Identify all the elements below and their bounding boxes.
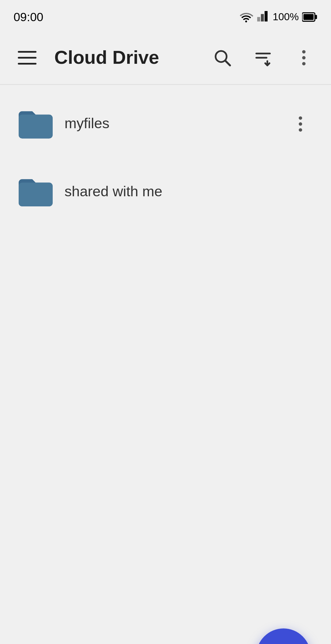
status-bar: 09:00 100% (0, 0, 331, 31)
folder-icon-shared (13, 170, 58, 214)
hamburger-menu-button[interactable] (7, 37, 48, 78)
app-bar: Cloud Drive (0, 31, 331, 85)
svg-marker-0 (257, 17, 261, 21)
folder-icon-myfiles (13, 102, 58, 146)
list-item[interactable]: shared with me (0, 160, 331, 224)
file-list: myfiles shared with me (0, 85, 331, 234)
svg-rect-4 (315, 15, 317, 19)
status-time: 09:00 (13, 10, 43, 24)
svg-rect-5 (303, 14, 314, 20)
app-title: Cloud Drive (48, 46, 202, 68)
list-item[interactable]: myfiles (0, 92, 331, 156)
item-menu-button-myfiles[interactable] (283, 107, 318, 141)
item-more-vertical-icon (299, 116, 302, 132)
svg-marker-1 (261, 14, 264, 21)
wifi-icon (239, 11, 254, 23)
status-icons: 100% (239, 11, 318, 23)
more-vertical-icon (302, 50, 306, 65)
sort-button[interactable] (243, 37, 283, 78)
more-options-button[interactable] (283, 37, 324, 78)
search-button[interactable] (202, 37, 243, 78)
file-name-myfiles: myfiles (64, 116, 283, 132)
svg-marker-2 (265, 11, 268, 21)
svg-line-7 (225, 60, 230, 65)
battery-icon (302, 12, 318, 22)
toolbar-actions (202, 37, 324, 78)
battery-percentage: 100% (273, 11, 299, 23)
signal-icon (257, 11, 269, 23)
search-icon (212, 47, 232, 67)
file-name-shared: shared with me (64, 183, 317, 200)
hamburger-icon (18, 51, 36, 64)
sort-icon (253, 47, 273, 67)
add-fab-button[interactable]: + (256, 628, 310, 644)
